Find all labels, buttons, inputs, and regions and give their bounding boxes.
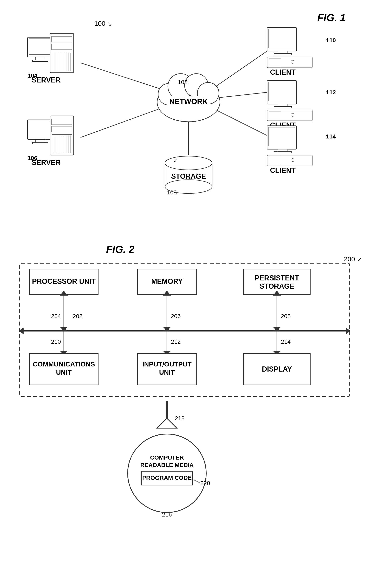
svg-text:NETWORK: NETWORK: [169, 98, 208, 106]
svg-text:114: 114: [326, 133, 336, 140]
svg-text:218: 218: [175, 415, 184, 422]
svg-text:102: 102: [178, 79, 188, 85]
svg-rect-68: [269, 59, 281, 66]
svg-text:108: 108: [167, 189, 177, 196]
svg-rect-65: [278, 51, 288, 54]
svg-point-59: [165, 156, 212, 170]
svg-rect-17: [32, 60, 48, 62]
svg-rect-86: [269, 157, 281, 164]
fig2-svg: PROCESSOR UNIT MEMORY PERSISTENT STORAGE…: [12, 257, 365, 572]
svg-rect-66: [274, 54, 292, 55]
svg-line-2: [210, 51, 267, 90]
svg-rect-40: [52, 126, 72, 132]
svg-text:204: 204: [51, 313, 61, 319]
svg-point-87: [291, 158, 294, 162]
svg-rect-84: [274, 152, 292, 153]
svg-text:READABLE MEDIA: READABLE MEDIA: [140, 462, 194, 468]
svg-text:212: 212: [171, 338, 181, 345]
svg-text:CLIENT: CLIENT: [270, 166, 296, 174]
svg-text:208: 208: [281, 313, 291, 319]
svg-text:UNIT: UNIT: [159, 368, 175, 376]
svg-text:SERVER: SERVER: [32, 76, 60, 84]
svg-rect-19: [52, 36, 72, 42]
svg-line-1: [80, 106, 167, 138]
svg-point-69: [291, 60, 294, 64]
svg-text:STORAGE: STORAGE: [260, 282, 294, 290]
fig2-title: FIG. 2: [106, 244, 134, 255]
svg-text:214: 214: [281, 338, 291, 345]
svg-text:MEMORY: MEMORY: [151, 277, 183, 285]
svg-text:110: 110: [326, 37, 336, 44]
svg-rect-82: [269, 127, 295, 146]
svg-line-0: [80, 63, 171, 92]
svg-marker-135: [157, 418, 177, 428]
svg-rect-16: [35, 57, 45, 60]
svg-text:PROGRAM CODE: PROGRAM CODE: [142, 474, 192, 481]
svg-rect-15: [29, 39, 52, 54]
svg-rect-20: [52, 44, 72, 50]
fig1-diagram: FIG. 1 100 ↘: [12, 8, 377, 224]
svg-line-3: [214, 92, 267, 98]
svg-text:STORAGE: STORAGE: [171, 172, 206, 180]
svg-line-4: [212, 108, 267, 136]
svg-text:112: 112: [326, 89, 336, 96]
svg-text:216: 216: [162, 511, 172, 518]
svg-text:SERVER: SERVER: [32, 158, 60, 166]
svg-text:220: 220: [200, 480, 210, 486]
fig2-diagram: FIG. 2 200 ↙ PROCESSOR UNIT MEMORY PERSI…: [12, 240, 377, 574]
svg-text:210: 210: [51, 338, 61, 345]
svg-rect-77: [269, 112, 281, 119]
svg-text:CLIENT: CLIENT: [270, 68, 296, 76]
svg-text:PERSISTENT: PERSISTENT: [255, 274, 299, 282]
svg-text:206: 206: [171, 313, 181, 319]
svg-rect-36: [35, 140, 45, 142]
svg-rect-64: [269, 29, 295, 48]
fig1-svg: NETWORK 102 104 SER: [12, 8, 377, 224]
svg-text:INPUT/OUTPUT: INPUT/OUTPUT: [142, 360, 192, 368]
svg-text:COMMUNICATIONS: COMMUNICATIONS: [33, 360, 95, 368]
svg-text:UNIT: UNIT: [56, 368, 72, 376]
page: FIG. 1 100 ↘: [0, 0, 392, 587]
svg-rect-35: [29, 121, 52, 137]
svg-text:↙: ↙: [173, 157, 178, 163]
svg-rect-73: [269, 82, 295, 101]
svg-text:DISPLAY: DISPLAY: [262, 365, 292, 373]
svg-rect-37: [32, 142, 48, 144]
svg-rect-74: [278, 104, 288, 106]
svg-rect-75: [274, 106, 292, 108]
svg-text:PROCESSOR UNIT: PROCESSOR UNIT: [32, 277, 96, 285]
svg-rect-83: [278, 149, 288, 152]
svg-point-78: [291, 113, 294, 116]
svg-rect-39: [52, 119, 72, 125]
svg-text:202: 202: [73, 313, 82, 319]
svg-text:COMPUTER: COMPUTER: [150, 454, 184, 461]
